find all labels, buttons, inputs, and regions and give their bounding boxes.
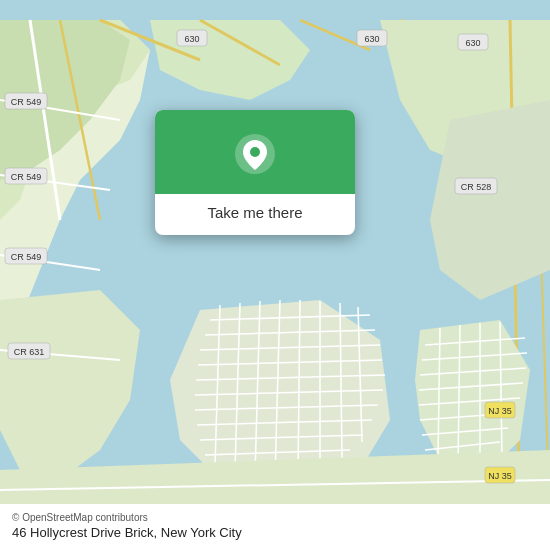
popup-green-area	[155, 110, 355, 194]
svg-text:630: 630	[364, 34, 379, 44]
svg-text:CR 549: CR 549	[11, 252, 42, 262]
map-attribution: © OpenStreetMap contributors	[12, 512, 538, 523]
bottom-bar: © OpenStreetMap contributors 46 Hollycre…	[0, 504, 550, 550]
svg-text:CR 631: CR 631	[14, 347, 45, 357]
popup-card: Take me there	[155, 110, 355, 235]
map-container: 630 630 630 CR 549 CR 549 CR 549 CR 528 …	[0, 0, 550, 550]
svg-text:CR 549: CR 549	[11, 172, 42, 182]
map-background: 630 630 630 CR 549 CR 549 CR 549 CR 528 …	[0, 0, 550, 550]
address-text: 46 Hollycrest Drive Brick, New York City	[12, 525, 538, 540]
svg-text:NJ 35: NJ 35	[488, 406, 512, 416]
svg-marker-17	[430, 100, 550, 300]
svg-text:630: 630	[465, 38, 480, 48]
svg-text:CR 528: CR 528	[461, 182, 492, 192]
svg-point-75	[250, 147, 260, 157]
svg-text:CR 549: CR 549	[11, 97, 42, 107]
svg-text:NJ 35: NJ 35	[488, 471, 512, 481]
location-pin-icon	[233, 132, 277, 176]
svg-text:630: 630	[184, 34, 199, 44]
take-me-there-button[interactable]: Take me there	[191, 194, 318, 235]
